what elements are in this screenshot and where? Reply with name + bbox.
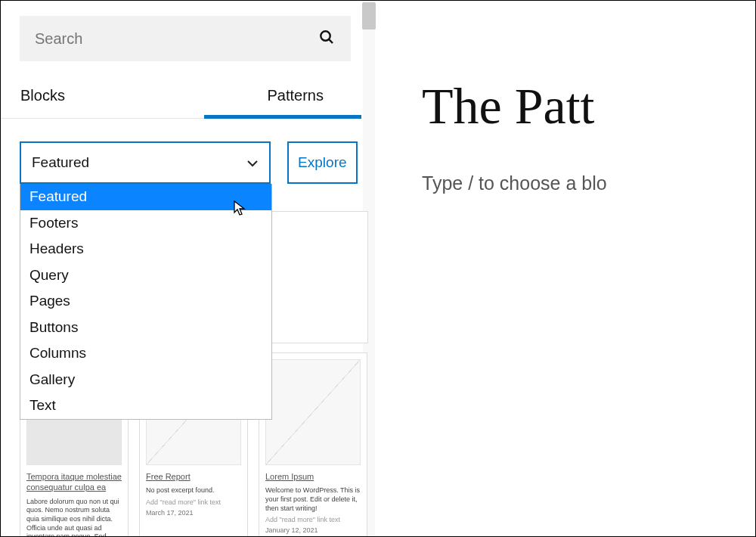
option-query[interactable]: Query bbox=[20, 262, 271, 289]
chevron-down-icon bbox=[246, 157, 259, 169]
category-select-button[interactable]: Featured bbox=[20, 141, 271, 184]
card-title: Free Report bbox=[146, 471, 241, 482]
card-body: Welcome to WordPress. This is your first… bbox=[265, 486, 361, 513]
option-featured[interactable]: Featured bbox=[20, 184, 271, 210]
pattern-controls: Featured Featured Footers Headers Query … bbox=[20, 141, 358, 184]
tab-patterns[interactable]: Patterns bbox=[204, 75, 377, 118]
inserter-tabs: Blocks Patterns bbox=[1, 75, 376, 119]
explore-button[interactable]: Explore bbox=[287, 141, 358, 184]
placeholder-image bbox=[265, 359, 361, 465]
panel-inner: Blocks Patterns Featured Featured Footer… bbox=[1, 1, 376, 184]
inserter-panel: Blocks Patterns Featured Featured Footer… bbox=[1, 1, 376, 536]
option-columns[interactable]: Columns bbox=[20, 340, 271, 367]
option-buttons[interactable]: Buttons bbox=[20, 315, 271, 341]
option-gallery[interactable]: Gallery bbox=[20, 367, 271, 393]
svg-point-0 bbox=[321, 31, 330, 40]
pattern-card[interactable]: Lorem Ipsum Welcome to WordPress. This i… bbox=[259, 352, 367, 536]
option-headers[interactable]: Headers bbox=[20, 236, 271, 262]
card-date: March 17, 2021 bbox=[146, 509, 241, 517]
option-pages[interactable]: Pages bbox=[20, 288, 271, 315]
editor-canvas[interactable]: The Patt Type / to choose a blo bbox=[392, 1, 755, 536]
card-title: Tempora itaque molestiae consequatur cul… bbox=[26, 471, 122, 493]
card-body: No post excerpt found. bbox=[146, 486, 241, 495]
search-icon bbox=[318, 28, 336, 50]
card-readmore: Add "read more" link text bbox=[265, 516, 361, 523]
category-dropdown[interactable]: Featured Footers Headers Query Pages But… bbox=[20, 184, 272, 420]
card-body: Labore dolorum quo non ut qui quos. Nemo… bbox=[26, 498, 122, 536]
svg-line-1 bbox=[329, 39, 333, 43]
scrollbar-thumb[interactable] bbox=[362, 2, 376, 29]
option-footers[interactable]: Footers bbox=[20, 210, 271, 237]
category-select[interactable]: Featured Featured Footers Headers Query … bbox=[20, 141, 271, 184]
card-title: Lorem Ipsum bbox=[265, 471, 361, 482]
option-text[interactable]: Text bbox=[20, 393, 271, 419]
tab-blocks[interactable]: Blocks bbox=[1, 75, 204, 118]
category-select-value: Featured bbox=[32, 154, 89, 171]
page-title[interactable]: The Patt bbox=[422, 76, 755, 136]
block-placeholder[interactable]: Type / to choose a blo bbox=[422, 172, 755, 194]
search-box[interactable] bbox=[20, 16, 351, 61]
card-date: January 12, 2021 bbox=[265, 526, 361, 534]
search-input[interactable] bbox=[35, 30, 318, 48]
card-readmore: Add "read more" link text bbox=[146, 498, 241, 506]
